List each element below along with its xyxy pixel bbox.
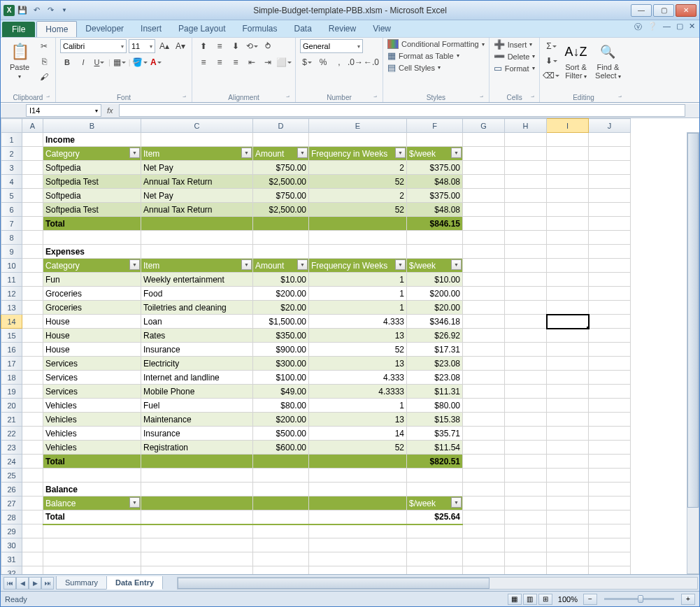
- column-header-A[interactable]: A: [22, 119, 43, 133]
- cell-G17[interactable]: [463, 357, 505, 371]
- font-size-combo[interactable]: 11▾: [129, 39, 155, 53]
- row-header[interactable]: 22: [1, 427, 22, 441]
- cell-I28[interactable]: [547, 510, 589, 524]
- sheet-nav-next-icon[interactable]: ▶: [29, 577, 41, 590]
- cell-E13[interactable]: 1: [309, 301, 407, 315]
- cell-E19[interactable]: 4.3333: [309, 385, 407, 399]
- find-select-button[interactable]: 🔍 Find & Select ▾: [593, 39, 622, 80]
- cell-G18[interactable]: [463, 371, 505, 385]
- column-header-H[interactable]: H: [505, 119, 547, 133]
- cell-A9[interactable]: [22, 245, 43, 259]
- accounting-format-icon[interactable]: $: [300, 55, 314, 69]
- cell-C21[interactable]: Maintenance: [141, 413, 253, 427]
- cell-A20[interactable]: [22, 399, 43, 413]
- tab-page-layout[interactable]: Page Layout: [170, 21, 234, 37]
- cell-D24[interactable]: [253, 455, 309, 469]
- format-painter-icon[interactable]: 🖌: [37, 70, 51, 84]
- cell-H22[interactable]: [505, 427, 547, 441]
- cell-B23[interactable]: Vehicles: [43, 441, 141, 455]
- cell-I26[interactable]: [547, 483, 589, 497]
- row-header[interactable]: 4: [1, 175, 22, 189]
- cell-B18[interactable]: Services: [43, 371, 141, 385]
- orientation-icon[interactable]: ⟲: [245, 39, 259, 53]
- cell-G23[interactable]: [463, 441, 505, 455]
- cell-I5[interactable]: [547, 189, 589, 203]
- row-header[interactable]: 26: [1, 483, 22, 497]
- cell-E1[interactable]: [309, 133, 407, 147]
- align-middle-icon[interactable]: ≡: [213, 39, 227, 53]
- cell-A3[interactable]: [22, 161, 43, 175]
- row-header[interactable]: 32: [1, 566, 22, 575]
- cell-H24[interactable]: [505, 455, 547, 469]
- cell-C20[interactable]: Fuel: [141, 399, 253, 413]
- row-header[interactable]: 14: [1, 315, 22, 329]
- cell-G14[interactable]: [463, 315, 505, 329]
- cell-A4[interactable]: [22, 175, 43, 189]
- cell-F25[interactable]: [407, 469, 463, 483]
- cell-A16[interactable]: [22, 343, 43, 357]
- cell-G19[interactable]: [463, 385, 505, 399]
- cell-H27[interactable]: [505, 497, 547, 510]
- cell-B15[interactable]: House: [43, 329, 141, 343]
- cell-C23[interactable]: Registration: [141, 441, 253, 455]
- cell-D15[interactable]: $350.00: [253, 329, 309, 343]
- cell-H21[interactable]: [505, 413, 547, 427]
- cell-C2[interactable]: Item▼: [141, 147, 253, 161]
- format-as-table-button[interactable]: ▦Format as Table ▾: [387, 50, 459, 61]
- align-center-icon[interactable]: ≡: [213, 55, 227, 69]
- cell-A13[interactable]: [22, 301, 43, 315]
- column-header-F[interactable]: F: [407, 119, 463, 133]
- cell-A6[interactable]: [22, 203, 43, 217]
- cell-G30[interactable]: [463, 538, 505, 552]
- copy-icon[interactable]: ⎘: [37, 55, 51, 69]
- cell-G12[interactable]: [463, 287, 505, 301]
- tab-formulas[interactable]: Formulas: [234, 21, 285, 37]
- cell-J26[interactable]: [589, 483, 631, 497]
- cell-E11[interactable]: 1: [309, 273, 407, 287]
- align-right-icon[interactable]: ≡: [229, 55, 243, 69]
- cell-I21[interactable]: [547, 413, 589, 427]
- number-format-combo[interactable]: General▾: [300, 39, 363, 53]
- decrease-font-icon[interactable]: A▾: [173, 39, 187, 53]
- cell-F6[interactable]: $48.08: [407, 203, 463, 217]
- tab-data[interactable]: Data: [285, 21, 320, 37]
- cell-B4[interactable]: Softpedia Test: [43, 175, 141, 189]
- cell-I24[interactable]: [547, 455, 589, 469]
- row-header[interactable]: 21: [1, 413, 22, 427]
- cell-A14[interactable]: [22, 315, 43, 329]
- column-header-E[interactable]: E: [309, 119, 407, 133]
- cell-J19[interactable]: [589, 385, 631, 399]
- cell-J17[interactable]: [589, 357, 631, 371]
- cell-F4[interactable]: $48.08: [407, 175, 463, 189]
- cell-D17[interactable]: $300.00: [253, 357, 309, 371]
- underline-button[interactable]: U: [92, 55, 106, 69]
- cell-I31[interactable]: [547, 552, 589, 566]
- row-header[interactable]: 20: [1, 399, 22, 413]
- cell-F16[interactable]: $17.31: [407, 343, 463, 357]
- sort-filter-button[interactable]: A↓Z Sort & Filter ▾: [561, 39, 590, 80]
- redo-icon[interactable]: ↷: [44, 4, 57, 17]
- wrap-text-icon[interactable]: ⥁: [261, 39, 275, 53]
- row-header[interactable]: 27: [1, 497, 22, 510]
- cell-E16[interactable]: 52: [309, 343, 407, 357]
- cell-F10[interactable]: $/week▼: [407, 259, 463, 273]
- cell-I23[interactable]: [547, 441, 589, 455]
- tab-home[interactable]: Home: [36, 21, 77, 37]
- cell-E15[interactable]: 13: [309, 329, 407, 343]
- cell-E8[interactable]: [309, 231, 407, 245]
- cell-D20[interactable]: $80.00: [253, 399, 309, 413]
- cell-A2[interactable]: [22, 147, 43, 161]
- cell-J2[interactable]: [589, 147, 631, 161]
- cell-I29[interactable]: [547, 524, 589, 538]
- cell-B10[interactable]: Category▼: [43, 259, 141, 273]
- cell-C11[interactable]: Weekly entertainment: [141, 273, 253, 287]
- cell-H17[interactable]: [505, 357, 547, 371]
- decrease-decimal-icon[interactable]: ←.0: [364, 55, 378, 69]
- cell-D12[interactable]: $200.00: [253, 287, 309, 301]
- cell-F7[interactable]: $846.15: [407, 217, 463, 231]
- cell-I6[interactable]: [547, 203, 589, 217]
- cell-E18[interactable]: 4.333: [309, 371, 407, 385]
- cell-A32[interactable]: [22, 566, 43, 575]
- cell-D3[interactable]: $750.00: [253, 161, 309, 175]
- cell-G1[interactable]: [463, 133, 505, 147]
